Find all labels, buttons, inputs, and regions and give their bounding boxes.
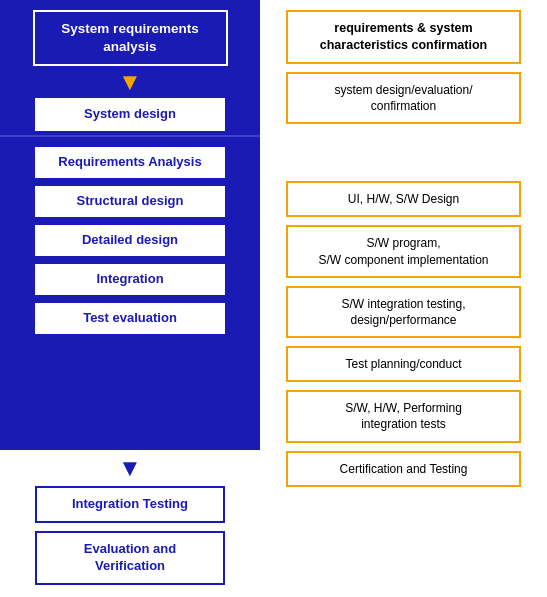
sw-program-box: S/W program,S/W component implementation xyxy=(286,225,521,277)
detailed-design-box: Detailed design xyxy=(35,225,225,256)
test-planning-box: Test planning/conduct xyxy=(286,346,521,382)
integration-testing-box: Integration Testing xyxy=(35,486,225,523)
arrow-down-icon: ▼ xyxy=(118,70,142,94)
hw-sw-integration-tests-box: S/W, H/W, Performingintegration tests xyxy=(286,390,521,442)
certification-testing-box: Certification and Testing xyxy=(286,451,521,487)
arrow-down-2-icon: ▼ xyxy=(118,456,142,480)
ui-hw-sw-design-box: UI, H/W, S/W Design xyxy=(286,181,521,217)
system-design-box: System design xyxy=(35,98,225,131)
system-requirements-box: System requirements analysis xyxy=(33,10,228,66)
evaluation-verification-box: Evaluation and Verification xyxy=(35,531,225,585)
integration-box: Integration xyxy=(35,264,225,295)
sw-integration-testing-box: S/W integration testing,design/performan… xyxy=(286,286,521,338)
requirements-confirmation-box: requirements & system characteristics co… xyxy=(286,10,521,64)
system-design-eval-box: system design/evaluation/confirmation xyxy=(286,72,521,124)
structural-design-box: Structural design xyxy=(35,186,225,217)
test-evaluation-box: Test evaluation xyxy=(35,303,225,334)
requirements-analysis-box: Requirements Analysis xyxy=(35,147,225,178)
